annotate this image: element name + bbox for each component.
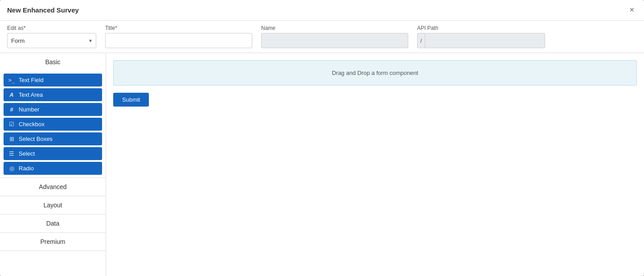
text-area-label: Text Area — [19, 91, 43, 98]
close-button[interactable]: × — [627, 4, 637, 16]
api-path-input[interactable] — [425, 33, 545, 48]
text-area-icon: A — [8, 91, 15, 98]
main-content: Drag and Drop a form component Submit — [106, 53, 644, 276]
edit-as-label: Edit as* — [7, 25, 96, 31]
select-label: Select — [19, 150, 35, 157]
sidebar-items-basic: >_ Text Field A Text Area # Number — [0, 71, 106, 177]
sidebar-section-header-data[interactable]: Data — [0, 214, 106, 232]
sidebar-section-header-advanced[interactable]: Advanced — [0, 178, 106, 196]
sidebar-item-number[interactable]: # Number — [4, 103, 102, 116]
sidebar-item-text-area[interactable]: A Text Area — [4, 88, 102, 101]
sidebar-section-layout: Layout — [0, 196, 106, 214]
modal-body: Basic >_ Text Field A Text Area # — [0, 53, 644, 276]
modal-fields-row: Edit as* Form Wizard PDF Title* Name — [0, 21, 644, 53]
sidebar-item-checkbox[interactable]: ☑ Checkbox — [4, 118, 102, 131]
sidebar-section-premium: Premium — [0, 233, 106, 251]
api-path-label: API Path — [417, 25, 545, 31]
sidebar-section-data: Data — [0, 214, 106, 233]
title-label: Title* — [105, 25, 252, 31]
checkbox-icon: ☑ — [8, 121, 15, 128]
name-label: Name — [261, 25, 408, 31]
api-path-slash: / — [417, 33, 425, 48]
edit-as-select[interactable]: Form Wizard PDF — [7, 33, 96, 48]
edit-as-field-group: Edit as* Form Wizard PDF — [7, 25, 96, 48]
sidebar-item-select-boxes[interactable]: ⊞ Select Boxes — [4, 132, 102, 145]
api-path-field-group: API Path / — [417, 25, 545, 48]
select-icon: ☰ — [8, 150, 15, 157]
sidebar-section-header-premium[interactable]: Premium — [0, 233, 106, 251]
sidebar: Basic >_ Text Field A Text Area # — [0, 53, 106, 276]
edit-as-select-wrapper: Form Wizard PDF — [7, 33, 96, 48]
new-enhanced-survey-modal: New Enhanced Survey × Edit as* Form Wiza… — [0, 0, 644, 276]
text-field-icon: >_ — [8, 77, 15, 83]
radio-icon: ◎ — [8, 165, 15, 172]
text-field-label: Text Field — [19, 77, 44, 83]
sidebar-item-radio[interactable]: ◎ Radio — [4, 162, 102, 175]
sidebar-section-header-layout[interactable]: Layout — [0, 196, 106, 214]
modal-header: New Enhanced Survey × — [0, 0, 644, 21]
number-icon: # — [8, 106, 15, 113]
name-field-group: Name — [261, 25, 408, 48]
title-input[interactable] — [105, 33, 252, 48]
title-field-group: Title* — [105, 25, 252, 48]
sidebar-section-header-basic[interactable]: Basic — [0, 53, 106, 71]
modal-title: New Enhanced Survey — [7, 6, 79, 14]
sidebar-item-text-field[interactable]: >_ Text Field — [4, 74, 102, 87]
sidebar-section-basic: Basic >_ Text Field A Text Area # — [0, 53, 106, 178]
select-boxes-icon: ⊞ — [8, 136, 15, 142]
select-boxes-label: Select Boxes — [19, 136, 53, 142]
sidebar-item-select[interactable]: ☰ Select — [4, 147, 102, 160]
checkbox-label: Checkbox — [19, 121, 45, 128]
sidebar-section-advanced: Advanced — [0, 178, 106, 196]
number-label: Number — [19, 106, 39, 113]
name-input[interactable] — [261, 33, 408, 48]
radio-label: Radio — [19, 165, 34, 172]
submit-button[interactable]: Submit — [113, 93, 149, 107]
drop-zone[interactable]: Drag and Drop a form component — [113, 60, 637, 86]
api-path-row: / — [417, 33, 545, 48]
